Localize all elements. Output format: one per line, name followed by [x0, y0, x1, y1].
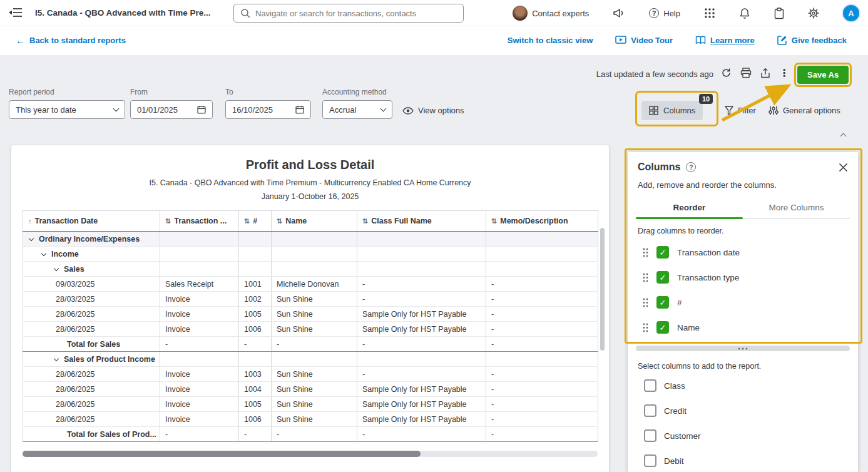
report-period-value: This year to date — [16, 105, 76, 115]
column-checkbox[interactable]: ✓ — [656, 296, 669, 309]
reorder-item[interactable]: ✓Transaction type — [628, 265, 858, 290]
collapse-group-chevron-icon[interactable] — [54, 356, 59, 361]
column-checkbox[interactable]: ✓ — [656, 321, 669, 334]
cell: 1005 — [239, 307, 272, 322]
column-checkbox[interactable] — [644, 404, 656, 417]
close-icon[interactable] — [839, 163, 848, 172]
tab-more-columns[interactable]: More Columns — [743, 198, 850, 218]
panel-scrollbar-divider[interactable] — [636, 346, 850, 351]
export-icon[interactable] — [760, 68, 770, 78]
tasks-icon[interactable] — [774, 8, 784, 19]
panel-help-icon[interactable]: ? — [686, 162, 696, 172]
to-date-input[interactable]: 16/10/2025 — [225, 100, 311, 119]
column-checkbox[interactable] — [644, 429, 656, 442]
help-button[interactable]: ? Help — [649, 8, 680, 18]
horizontal-scrollbar-track[interactable] — [23, 451, 598, 457]
cell — [357, 262, 486, 277]
cell[interactable]: 28/06/2025 — [23, 412, 160, 427]
settings-icon[interactable] — [808, 8, 819, 19]
more-options-icon[interactable]: ⋮ — [779, 67, 789, 79]
from-date-input[interactable]: 01/01/2025 — [130, 100, 213, 119]
collapse-group-chevron-icon[interactable] — [54, 265, 59, 270]
view-options-button[interactable]: View options — [402, 106, 464, 115]
from-date-value: 01/01/2025 — [137, 105, 178, 115]
cell: - — [486, 292, 598, 307]
calendar-icon[interactable] — [295, 105, 304, 114]
column-header[interactable]: ⇅Memo/Description — [486, 211, 598, 232]
reorder-item-label: Name — [677, 323, 700, 332]
collapse-group-chevron-icon[interactable] — [41, 250, 46, 255]
more-columns-list: ClassCreditCustomerDebit — [628, 373, 858, 472]
column-header[interactable]: ⇅Name — [272, 211, 357, 232]
report-title: Profit and Loss Detail — [11, 158, 609, 172]
column-header[interactable]: ⇅Class Full Name — [357, 211, 486, 232]
cell[interactable]: 28/06/2025 — [23, 397, 160, 412]
cell: - — [486, 277, 598, 292]
sort-both-icon: ⇅ — [491, 217, 497, 225]
column-checkbox[interactable] — [644, 379, 656, 392]
cell: Invoice — [160, 307, 239, 322]
print-icon[interactable] — [740, 68, 752, 78]
learn-more-link[interactable]: Learn more — [695, 36, 755, 45]
refresh-icon[interactable] — [721, 68, 732, 78]
report-period-dropdown[interactable]: This year to date — [9, 100, 125, 119]
column-checkbox[interactable]: ✓ — [656, 246, 669, 259]
feedback-pencil-icon — [777, 35, 787, 45]
chevron-down-icon — [113, 106, 120, 112]
collapse-options-chevron-icon[interactable] — [841, 131, 845, 140]
reorder-item[interactable]: ✓Transaction date — [628, 240, 858, 265]
column-header[interactable]: ⇅Transaction ... — [160, 211, 239, 232]
cell: - — [486, 427, 598, 442]
menu-toggle-icon[interactable] — [9, 8, 23, 19]
group-label: Income — [51, 250, 79, 259]
reorder-item-label: Transaction type — [677, 273, 739, 282]
column-header[interactable]: ↑Transaction Date — [23, 211, 160, 232]
column-header[interactable]: ⇅# — [239, 211, 272, 232]
collapse-group-chevron-icon[interactable] — [29, 235, 34, 240]
cell[interactable]: 28/06/2025 — [23, 307, 160, 322]
cell: Sample Only for HST Payable — [357, 397, 486, 412]
accounting-method-dropdown[interactable]: Accrual — [322, 100, 392, 119]
calendar-icon[interactable] — [197, 105, 206, 114]
column-checkbox[interactable] — [644, 454, 656, 467]
reorder-item[interactable]: ✓Name — [628, 315, 858, 340]
user-avatar[interactable]: A — [843, 5, 859, 21]
general-options-button[interactable]: General options — [768, 106, 840, 115]
drag-handle-icon[interactable] — [643, 248, 648, 257]
switch-classic-view-link[interactable]: Switch to classic view — [508, 36, 593, 45]
cell[interactable]: 28/06/2025 — [23, 367, 160, 382]
reorder-item[interactable]: ✓# — [628, 290, 858, 315]
apps-icon[interactable] — [704, 8, 715, 19]
cell[interactable]: 28/06/2025 — [23, 322, 160, 337]
give-feedback-link[interactable]: Give feedback — [777, 35, 847, 45]
group-label-cell: Income — [23, 247, 160, 262]
more-column-item[interactable]: Class — [628, 373, 858, 398]
group-label: Sales — [64, 265, 84, 274]
column-checkbox[interactable]: ✓ — [656, 271, 669, 284]
drag-handle-icon[interactable] — [643, 323, 648, 332]
more-column-item[interactable]: Credit — [628, 398, 858, 423]
sliders-icon — [768, 106, 779, 115]
contact-experts-button[interactable]: Contact experts — [513, 6, 589, 21]
topbar: I5. Canada - QBO Advanced with Time Pre.… — [0, 0, 868, 26]
video-tour-link[interactable]: Video Tour — [615, 36, 673, 45]
drag-handle-icon[interactable] — [643, 298, 648, 307]
search-input[interactable] — [255, 9, 457, 18]
tab-reorder[interactable]: Reorder — [636, 198, 743, 218]
notifications-icon[interactable] — [739, 8, 750, 19]
cell[interactable]: 28/03/2025 — [23, 292, 160, 307]
filter-button[interactable]: Filter — [725, 106, 756, 115]
columns-button[interactable]: Columns — [641, 101, 703, 120]
vertical-scrollbar[interactable] — [600, 228, 605, 351]
announcements-icon[interactable] — [613, 8, 625, 19]
save-as-button[interactable]: Save As — [797, 66, 849, 84]
report-subtitle: I5. Canada - QBO Advanced with Time Prem… — [11, 178, 609, 187]
back-to-standard-reports-link[interactable]: ← Back to standard reports — [16, 35, 126, 46]
drag-handle-icon[interactable] — [643, 273, 648, 282]
company-title[interactable]: I5. Canada - QBO Advanced with Time Pre.… — [35, 8, 211, 18]
more-column-item[interactable]: Customer — [628, 423, 858, 448]
horizontal-scrollbar-thumb[interactable] — [23, 451, 421, 457]
cell[interactable]: 28/06/2025 — [23, 382, 160, 397]
more-column-item[interactable]: Debit — [628, 448, 858, 472]
cell[interactable]: 09/03/2025 — [23, 277, 160, 292]
